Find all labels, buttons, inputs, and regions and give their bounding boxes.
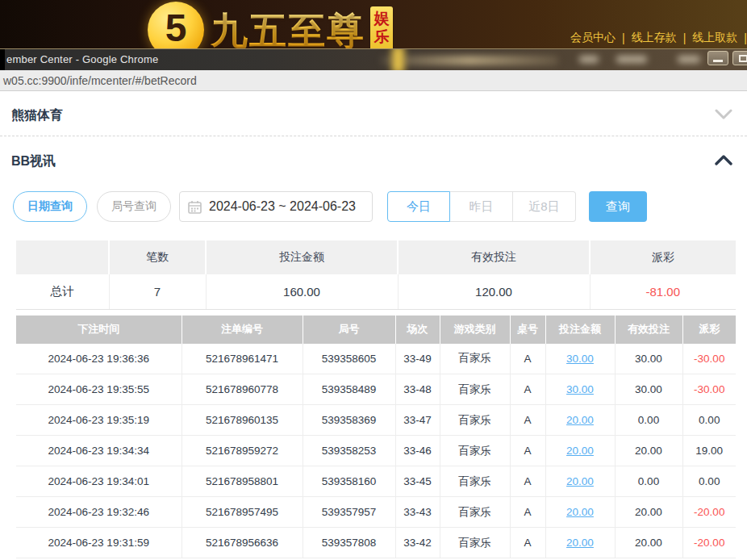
col-header-table-no: 桌号 [510,316,545,344]
cell-round-no: 539358160 [303,466,395,497]
col-header-payout: 派彩 [682,316,736,344]
blurred-user-info [616,56,647,63]
summary-count-value: 7 [109,274,206,309]
summary-valid-bet-value: 120.00 [398,274,590,309]
cell-game-type: 百家乐 [440,374,510,405]
section-title-panda: 熊猫体育 [11,107,63,124]
logo-number: 5 [165,9,187,48]
cell-bet-time: 2024-06-23 19:34:01 [16,466,182,497]
bet-amount-link[interactable]: 20.00 [566,414,594,426]
date-range-input[interactable]: 2024-06-23 ~ 2024-06-23 [179,191,373,222]
minimize-icon [713,60,723,62]
browser-titlebar: ember Center - Google Chrome [0,48,747,70]
cell-valid-bet: 30.00 [615,344,682,374]
cell-bet-no: 521678959272 [182,436,303,466]
cell-bet-time: 2024-06-23 19:36:36 [16,344,182,374]
nav-member-center[interactable]: 会员中心 [564,31,622,45]
bet-amount-link[interactable]: 20.00 [566,537,594,549]
cell-round-no: 539358605 [303,344,395,374]
cell-bet-amount: 20.00 [545,528,615,558]
quick-yesterday-button[interactable]: 昨日 [450,191,513,222]
cell-session: 33-43 [395,497,440,528]
date-range-value: 2024-06-23 ~ 2024-06-23 [209,199,356,214]
logo-entertainment-badge: 娱 乐 [370,6,393,48]
url-text: w05.cc:9900/infe/mcenter/#/betRecord [0,74,197,87]
table-row: 2024-06-23 19:34:34 521678959272 5393582… [16,436,736,466]
address-bar[interactable]: w05.cc:9900/infe/mcenter/#/betRecord [0,70,747,91]
cell-payout: -20.00 [682,497,736,528]
table-row: 2024-06-23 19:31:59 521678956636 5393578… [16,528,736,558]
cell-bet-no: 521678960135 [182,405,303,436]
cell-session: 33-49 [395,344,440,374]
round-query-button[interactable]: 局号查询 [97,191,171,222]
logo-5-icon: 5 [148,2,204,48]
blurred-badge-remnant [392,48,404,70]
minimize-button[interactable] [707,51,728,65]
cell-round-no: 539358369 [303,405,395,436]
cell-table-no: A [510,405,545,436]
col-header-bet-no: 注单编号 [182,316,303,344]
cell-round-no: 539357808 [303,528,395,558]
cell-bet-no: 521678960778 [182,374,303,405]
accordion-bb-video[interactable]: BB视讯 [0,136,747,186]
quick-range-group: 今日 昨日 近8日 [387,191,576,222]
cell-game-type: 百家乐 [440,344,510,374]
site-header: 5 九五至尊 娱 乐 会员中心 | 线上存款 | 线上取款 | [0,0,747,48]
cell-bet-time: 2024-06-23 19:32:46 [16,497,182,528]
cell-bet-amount: 30.00 [545,344,615,374]
bet-record-table: 下注时间 注单编号 局号 场次 游戏类别 桌号 投注金额 有效投注 派彩 202… [16,316,736,559]
cell-bet-no: 521678958801 [182,466,303,497]
summary-header-count: 笔数 [109,240,206,274]
summary-payout-value: -81.00 [590,274,736,309]
summary-header-valid-bet: 有效投注 [398,240,590,274]
bet-amount-link[interactable]: 20.00 [566,445,594,457]
filter-toolbar: 日期查询 局号查询 2024-06-23 ~ 2024-06-23 今日 昨日 … [13,191,747,222]
cell-bet-time: 2024-06-23 19:34:34 [16,436,182,466]
top-nav: 会员中心 | 线上存款 | 线上取款 | [564,31,747,45]
nav-online-withdraw[interactable]: 线上取款 [686,31,744,45]
cell-game-type: 百家乐 [440,497,510,528]
maximize-button[interactable] [732,51,747,65]
cell-table-no: A [510,497,545,528]
col-header-round-no: 局号 [303,316,395,344]
cell-payout: 0.00 [682,466,736,497]
cell-table-no: A [510,528,545,558]
date-query-button[interactable]: 日期查询 [13,191,87,222]
badge-char: 娱 [374,10,390,27]
quick-last8days-button[interactable]: 近8日 [513,191,576,222]
cell-valid-bet: 20.00 [615,497,682,528]
cell-session: 33-47 [395,405,440,436]
cell-game-type: 百家乐 [440,528,510,558]
cell-round-no: 539358253 [303,436,395,466]
col-header-game-type: 游戏类别 [440,316,510,344]
blurred-decoration [381,56,558,65]
cell-table-no: A [510,436,545,466]
quick-today-button[interactable]: 今日 [387,191,450,222]
table-row: 2024-06-23 19:35:19 521678960135 5393583… [16,405,736,436]
cell-game-type: 百家乐 [440,436,510,466]
cell-session: 33-45 [395,466,440,497]
summary-total-row: 总计 7 160.00 120.00 -81.00 [16,274,736,309]
search-button[interactable]: 查询 [589,191,647,222]
table-row: 2024-06-23 19:34:01 521678958801 5393581… [16,466,736,497]
cell-valid-bet: 0.00 [615,405,682,436]
bet-amount-link[interactable]: 20.00 [566,506,594,518]
summary-header-blank [16,240,109,274]
cell-session: 33-46 [395,436,440,466]
bet-amount-link[interactable]: 20.00 [566,475,594,487]
cell-payout: -20.00 [682,528,736,558]
cell-payout: -30.00 [682,344,736,374]
bet-amount-link[interactable]: 30.00 [566,353,594,365]
cell-valid-bet: 30.00 [615,374,682,405]
cell-payout: 19.00 [682,436,736,466]
nav-online-deposit[interactable]: 线上存款 [625,31,683,45]
cell-game-type: 百家乐 [440,466,510,497]
summary-total-label: 总计 [16,274,109,309]
nav-separator: | [744,31,747,44]
cell-table-no: A [510,374,545,405]
accordion-panda-sports[interactable]: 熊猫体育 [0,91,747,136]
bet-amount-link[interactable]: 30.00 [566,383,594,395]
cell-session: 33-48 [395,374,440,405]
summary-table: 笔数 投注金额 有效投注 派彩 总计 7 160.00 120.00 -81.0… [16,240,736,310]
cell-bet-time: 2024-06-23 19:35:55 [16,374,182,405]
